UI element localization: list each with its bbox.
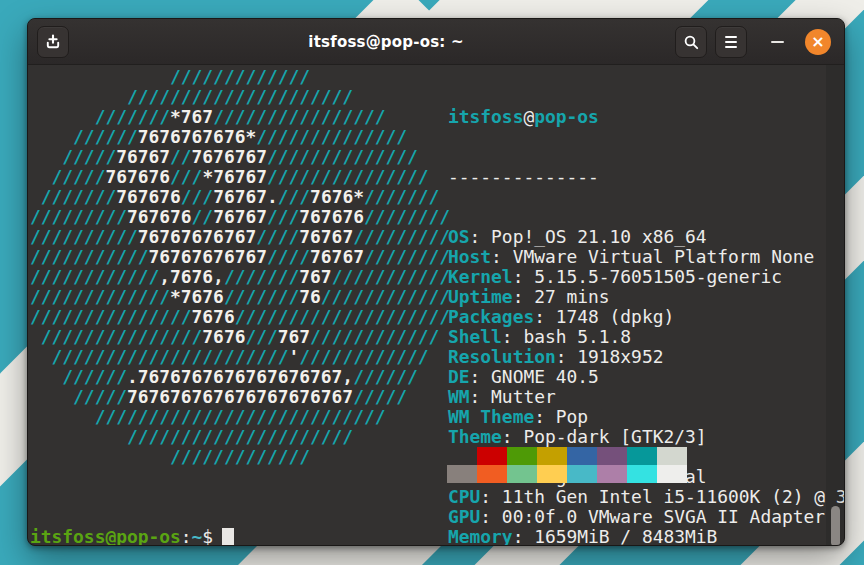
color-swatch bbox=[657, 447, 687, 465]
search-icon bbox=[683, 34, 700, 51]
prompt-user-host: itsfoss@pop-os bbox=[30, 526, 181, 545]
color-swatch bbox=[657, 465, 687, 483]
neofetch-separator: -------------- bbox=[448, 167, 844, 187]
color-swatch bbox=[567, 447, 597, 465]
color-swatch bbox=[597, 465, 627, 483]
neofetch-title-host: pop-os bbox=[534, 106, 599, 127]
hamburger-menu-icon bbox=[725, 36, 737, 48]
minimize-button[interactable] bbox=[767, 26, 787, 58]
headerbar[interactable]: itsfoss@pop-os: ~ × bbox=[28, 19, 844, 65]
new-tab-icon bbox=[45, 34, 61, 50]
terminal-cursor bbox=[222, 528, 234, 545]
neofetch-field-gpu: GPU: 00:0f.0 VMware SVGA II Adapter bbox=[448, 507, 844, 527]
color-swatch bbox=[627, 447, 657, 465]
prompt-symbol: $ bbox=[202, 526, 213, 545]
close-button[interactable]: × bbox=[805, 29, 831, 55]
shell-prompt: itsfoss@pop-os:~$ bbox=[30, 527, 234, 545]
neofetch-field-resolution: Resolution: 1918x952 bbox=[448, 347, 844, 367]
neofetch-fields: OS: Pop!_OS 21.10 x86_64Host: VMware Vir… bbox=[448, 227, 844, 545]
neofetch-ascii-art: ///////////// ///////////////////// ////… bbox=[30, 67, 450, 467]
neofetch-field-shell: Shell: bash 5.1.8 bbox=[448, 327, 844, 347]
color-swatch bbox=[537, 447, 567, 465]
color-swatch bbox=[537, 465, 567, 483]
neofetch-title-user: itsfoss bbox=[448, 106, 523, 127]
neofetch-field-uptime: Uptime: 27 mins bbox=[448, 287, 844, 307]
color-swatch bbox=[477, 447, 507, 465]
new-tab-button[interactable] bbox=[37, 26, 69, 58]
neofetch-field-memory: Memory: 1659MiB / 8483MiB bbox=[448, 527, 844, 545]
color-swatch bbox=[567, 465, 597, 483]
prompt-path: ~ bbox=[192, 526, 203, 545]
neofetch-title-at: @ bbox=[523, 106, 534, 127]
color-swatch bbox=[597, 447, 627, 465]
window-title: itsfoss@pop-os: ~ bbox=[128, 33, 644, 51]
terminal-screen[interactable]: ///////////// ///////////////////// ////… bbox=[28, 65, 844, 545]
minimize-icon bbox=[771, 41, 784, 44]
neofetch-field-de: DE: GNOME 40.5 bbox=[448, 367, 844, 387]
neofetch-field-os: OS: Pop!_OS 21.10 x86_64 bbox=[448, 227, 844, 247]
neofetch-field-host: Host: VMware Virtual Platform None bbox=[448, 247, 844, 267]
neofetch-field-packages: Packages: 1748 (dpkg) bbox=[448, 307, 844, 327]
menu-button[interactable] bbox=[715, 26, 747, 58]
color-swatch bbox=[447, 447, 477, 465]
palette-row-normal bbox=[447, 447, 687, 465]
color-swatch bbox=[507, 447, 537, 465]
palette-row-bright bbox=[447, 465, 687, 483]
search-button[interactable] bbox=[675, 26, 707, 58]
neofetch-field-kernel: Kernel: 5.15.5-76051505-generic bbox=[448, 267, 844, 287]
neofetch-field-cpu: CPU: 11th Gen Intel i5-11600K (2) @ 3 bbox=[448, 487, 844, 507]
neofetch-field-wm-theme: WM Theme: Pop bbox=[448, 407, 844, 427]
prompt-colon: : bbox=[181, 526, 192, 545]
neofetch-field-wm: WM: Mutter bbox=[448, 387, 844, 407]
color-swatch bbox=[507, 465, 537, 483]
neofetch-title: itsfoss@pop-os bbox=[448, 107, 844, 127]
window-controls: × bbox=[675, 19, 844, 65]
terminal-window: itsfoss@pop-os: ~ × ///////////// / bbox=[27, 18, 845, 546]
color-swatch bbox=[627, 465, 657, 483]
scrollbar-thumb[interactable] bbox=[831, 506, 840, 545]
scrollbar[interactable] bbox=[826, 65, 844, 545]
close-icon: × bbox=[811, 30, 824, 54]
neofetch-field-theme: Theme: Pop-dark [GTK2/3] bbox=[448, 427, 844, 447]
color-swatch bbox=[477, 465, 507, 483]
color-swatch bbox=[447, 465, 477, 483]
